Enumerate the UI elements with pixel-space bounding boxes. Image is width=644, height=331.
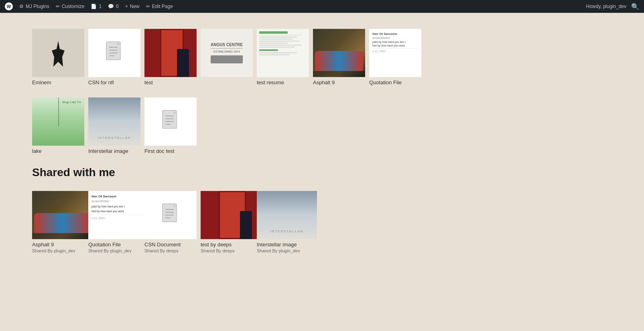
newspaper-thumbnail: ANGUS CENTRE ESTABLISHED 1874 bbox=[201, 29, 253, 77]
lake-line bbox=[58, 97, 59, 126]
list-item[interactable]: INTERSTELLAR Interstellar image Shared B… bbox=[257, 191, 309, 253]
shared-by-label: Shared By plugin_dev bbox=[88, 248, 132, 253]
resume-content bbox=[259, 31, 307, 55]
quotation-content: ther Of Sarcasm arcasmMother paid by how… bbox=[372, 32, 418, 53]
person-shape bbox=[177, 49, 189, 77]
admin-bar-right: Howdy, plugin_dev 🔍 bbox=[586, 3, 639, 10]
list-item[interactable]: Asphalt 9 bbox=[313, 29, 365, 85]
document-icon bbox=[104, 41, 124, 65]
file-label: CSN Document bbox=[144, 242, 181, 248]
list-item[interactable]: ther Of Sarcasm arcasmMother paid by how… bbox=[88, 191, 140, 253]
quotation-shared-content: ther Of Sarcasm arcasmMother paid by how… bbox=[91, 194, 145, 220]
interstellar-thumbnail: INTERSTELLAR bbox=[88, 97, 140, 146]
document-icon bbox=[160, 110, 181, 134]
list-item[interactable]: Blngs Lake Tre lake bbox=[32, 97, 84, 154]
ground-shape bbox=[313, 71, 365, 77]
list-item[interactable]: CSN for nfl bbox=[88, 29, 140, 85]
wp-logo-icon: W bbox=[5, 2, 13, 10]
pages-button[interactable]: 📄 1 bbox=[91, 4, 102, 9]
list-item[interactable]: test resume bbox=[257, 29, 309, 85]
page-icon: 📄 bbox=[91, 4, 97, 9]
file-label: test resume bbox=[257, 79, 284, 85]
file-label: Quotation File bbox=[369, 79, 402, 85]
edit-icon: ✏ bbox=[146, 4, 150, 9]
car-shape bbox=[315, 51, 363, 71]
lake-thumbnail: Blngs Lake Tre bbox=[32, 97, 84, 146]
wp-logo-button[interactable]: W bbox=[5, 2, 13, 10]
my-files-grid: Eminem CSN for nfl bbox=[32, 29, 612, 85]
list-item[interactable]: ANGUS CENTRE ESTABLISHED 1874 bbox=[201, 29, 253, 85]
list-item[interactable]: test by deeps Shared By deeps bbox=[201, 191, 253, 253]
shared-by-label: Shared By deeps bbox=[144, 248, 178, 253]
file-label: CSN for nfl bbox=[88, 79, 114, 85]
customize-button[interactable]: ✏ Customize bbox=[56, 4, 85, 9]
first-doc-thumbnail bbox=[144, 97, 197, 146]
comments-button[interactable]: 💬 0 bbox=[108, 4, 119, 9]
main-content: Eminem CSN for nfl bbox=[0, 13, 644, 269]
list-item[interactable]: Eminem bbox=[32, 29, 84, 85]
admin-bar: W ⚙ MJ Plugins ✏ Customize 📄 1 💬 0 + New… bbox=[0, 0, 644, 13]
howdy-user[interactable]: Howdy, plugin_dev bbox=[586, 4, 626, 9]
shared-interstellar-thumbnail: INTERSTELLAR bbox=[257, 191, 317, 239]
file-label: Interstellar image bbox=[257, 242, 297, 248]
newspaper-content: ANGUS CENTRE ESTABLISHED 1874 bbox=[209, 41, 244, 65]
gear-icon: ⚙ bbox=[19, 4, 24, 9]
shared-files-grid: Asphalt 9 Shared By plugin_dev ther Of S… bbox=[32, 191, 612, 253]
file-label: Interstellar image bbox=[88, 148, 128, 154]
eminem-figure bbox=[50, 41, 66, 73]
lake-label: Blngs Lake Tre bbox=[62, 101, 81, 104]
search-icon[interactable]: 🔍 bbox=[631, 3, 639, 10]
list-item[interactable]: Asphalt 9 Shared By plugin_dev bbox=[32, 191, 84, 253]
list-item[interactable]: test bbox=[144, 29, 197, 85]
file-label: Quotation File bbox=[88, 242, 121, 248]
person-shape bbox=[240, 211, 252, 239]
shared-asphalt-thumbnail bbox=[32, 191, 92, 239]
file-label: First doc test bbox=[144, 148, 174, 154]
file-label: Asphalt 9 bbox=[32, 242, 54, 248]
edit-page-button[interactable]: ✏ Edit Page bbox=[146, 4, 173, 9]
test-thumbnail bbox=[144, 29, 197, 77]
list-item[interactable]: INTERSTELLAR Interstellar image bbox=[88, 97, 140, 154]
document-icon bbox=[160, 203, 181, 227]
eminem-thumbnail bbox=[32, 29, 84, 77]
my-files-grid-row2: Blngs Lake Tre lake INTERSTELLAR Interst… bbox=[32, 97, 612, 154]
plus-icon: + bbox=[125, 4, 128, 9]
file-label: lake bbox=[32, 148, 42, 154]
file-label: test by deeps bbox=[201, 242, 232, 248]
pencil-icon: ✏ bbox=[56, 4, 60, 9]
shared-csn-thumbnail bbox=[144, 191, 197, 239]
shared-by-label: Shared By plugin_dev bbox=[257, 248, 300, 253]
interstellar-text-label: INTERSTELLAR bbox=[98, 136, 131, 140]
asphalt9-thumbnail bbox=[313, 29, 365, 77]
file-label: Asphalt 9 bbox=[313, 79, 335, 85]
resume-thumbnail bbox=[257, 29, 309, 77]
file-label: test bbox=[144, 79, 153, 85]
list-item[interactable]: ther Of Sarcasm arcasmMother paid by how… bbox=[369, 29, 421, 85]
shared-by-label: Shared By deeps bbox=[201, 248, 234, 253]
ground-shape bbox=[32, 233, 92, 239]
shared-by-label: Shared By plugin_dev bbox=[32, 248, 75, 253]
car-shape bbox=[34, 213, 90, 233]
mj-plugins-button[interactable]: ⚙ MJ Plugins bbox=[19, 4, 49, 9]
shared-with-me-heading: Shared with me bbox=[32, 166, 612, 179]
new-button[interactable]: + New bbox=[125, 4, 140, 9]
shared-quotation-thumbnail: ther Of Sarcasm arcasmMother paid by how… bbox=[88, 191, 148, 239]
interstellar-text-label: INTERSTELLAR bbox=[270, 229, 304, 233]
shared-test-deeps-thumbnail bbox=[201, 191, 261, 239]
shared-with-me-section: Shared with me Asphalt 9 Shared By plugi… bbox=[32, 166, 612, 253]
list-item[interactable]: CSN Document Shared By deeps bbox=[144, 191, 197, 253]
comment-icon: 💬 bbox=[108, 4, 114, 9]
file-label: Eminem bbox=[32, 79, 51, 85]
csn-nfl-thumbnail bbox=[88, 29, 140, 77]
quotation-thumbnail: ther Of Sarcasm arcasmMother paid by how… bbox=[369, 29, 421, 77]
list-item[interactable]: First doc test bbox=[144, 97, 197, 154]
